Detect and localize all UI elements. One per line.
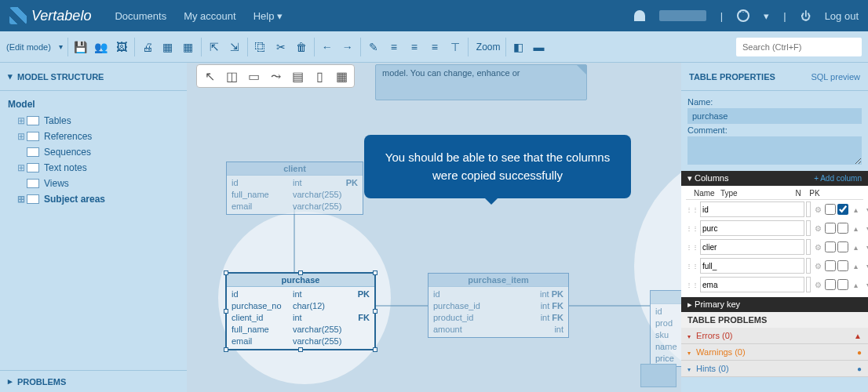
nav-help[interactable]: Help ▾ <box>253 10 283 22</box>
resize-handle[interactable] <box>224 309 228 314</box>
mode-dropdown[interactable]: ▾ <box>59 42 63 51</box>
drag-handle-icon[interactable]: ⋮⋮ <box>686 225 698 232</box>
xml-icon[interactable]: ▦ <box>181 39 196 55</box>
add-view-icon[interactable]: ▤ <box>290 68 305 84</box>
redo-icon[interactable]: → <box>340 39 356 55</box>
columns-section-header[interactable]: ▾ Columns + Add column <box>681 171 868 186</box>
collapse-icon[interactable]: ▾ <box>687 173 692 183</box>
problems-panel-header[interactable]: ▸ PROBLEMS <box>0 370 187 392</box>
pk-checkbox[interactable] <box>837 241 848 252</box>
pk-checkbox[interactable] <box>837 279 848 290</box>
table-name-input[interactable] <box>687 108 862 124</box>
resize-handle[interactable] <box>224 270 228 275</box>
move-up-icon[interactable]: ▴ <box>850 243 861 252</box>
search-input[interactable] <box>736 38 862 56</box>
column-type-input[interactable] <box>806 201 811 217</box>
comment-input[interactable] <box>687 136 862 165</box>
nullable-checkbox[interactable] <box>825 204 836 215</box>
expand-icon[interactable]: ▸ <box>687 299 692 309</box>
column-name-input[interactable] <box>700 258 804 274</box>
align-top-icon[interactable]: ⊤ <box>447 39 463 55</box>
column-type-input[interactable] <box>806 220 811 236</box>
move-up-icon[interactable]: ▴ <box>850 281 861 289</box>
copy-icon[interactable]: ⿻ <box>253 39 268 55</box>
resize-handle[interactable] <box>373 347 377 352</box>
move-up-icon[interactable]: ▴ <box>850 205 861 214</box>
text-note[interactable]: model. You can change, enhance or <box>375 64 587 100</box>
move-down-icon[interactable]: ▾ <box>863 224 868 233</box>
gear-icon[interactable]: ⚙ <box>812 243 823 252</box>
diagram-canvas[interactable]: ↖ ◫ ▭ ⤳ ▤ ▯ ▦ model. You can change, enh… <box>187 63 681 392</box>
tree-item-sequences[interactable]: Sequences <box>0 144 187 160</box>
nav-account[interactable]: My account <box>184 10 235 22</box>
minimap[interactable] <box>640 364 677 387</box>
resize-handle[interactable] <box>373 270 377 275</box>
add-table-icon[interactable]: ▭ <box>246 68 261 84</box>
column-name-input[interactable] <box>700 239 804 255</box>
move-down-icon[interactable]: ▾ <box>863 281 868 289</box>
select-area-icon[interactable]: ◫ <box>224 68 239 84</box>
align-right-icon[interactable]: ≡ <box>427 39 443 55</box>
collapse-icon[interactable]: ▾ <box>8 71 13 82</box>
gear-icon[interactable]: ⚙ <box>812 262 823 270</box>
primary-key-section-header[interactable]: ▸ Primary key <box>681 297 868 312</box>
column-type-input[interactable] <box>806 277 811 292</box>
move-down-icon[interactable]: ▾ <box>863 205 868 214</box>
tree-item-textnotes[interactable]: ⊞Text notes <box>0 160 187 176</box>
move-up-icon[interactable]: ▴ <box>850 262 861 270</box>
column-type-input[interactable] <box>806 239 811 255</box>
tree-item-subjectareas[interactable]: ⊞Subject areas <box>0 191 187 207</box>
undo-icon[interactable]: ← <box>319 39 335 55</box>
nullable-checkbox[interactable] <box>825 223 836 234</box>
tree-root[interactable]: Model <box>0 96 187 113</box>
move-up-icon[interactable]: ▴ <box>850 224 861 233</box>
column-type-input[interactable] <box>806 258 811 274</box>
edit-icon[interactable]: ✎ <box>366 39 381 55</box>
image-icon[interactable]: 🖼 <box>114 39 129 55</box>
print-icon[interactable]: 🖨 <box>140 39 155 55</box>
resize-handle[interactable] <box>298 347 303 352</box>
table-purchase[interactable]: purchase idintPK purchase_nochar(12) cli… <box>226 273 375 350</box>
gear-icon[interactable]: ⚙ <box>812 205 823 214</box>
add-reference-icon[interactable]: ⤳ <box>268 68 283 84</box>
align-left-icon[interactable]: ≡ <box>386 39 402 55</box>
align-center-icon[interactable]: ≡ <box>407 39 422 55</box>
expand-icon[interactable]: ▸ <box>8 376 13 387</box>
logout-link[interactable]: Log out <box>825 10 859 22</box>
nullable-checkbox[interactable] <box>825 279 836 290</box>
resize-handle[interactable] <box>373 309 377 314</box>
logo[interactable]: Vertabelo <box>9 7 91 24</box>
import-icon[interactable]: ⇱ <box>206 39 222 55</box>
save-icon[interactable]: 💾 <box>73 39 89 55</box>
cut-icon[interactable]: ✂ <box>273 39 289 55</box>
pk-checkbox[interactable] <box>837 260 848 271</box>
warnings-row[interactable]: ▾ Warnings (0) ● <box>681 344 868 361</box>
sql-icon[interactable]: ▦ <box>160 39 176 55</box>
tree-item-tables[interactable]: ⊞Tables <box>0 113 187 129</box>
table-purchase-item[interactable]: purchase_item idint PK purchase_idint FK… <box>428 273 569 338</box>
gear-icon[interactable]: ⚙ <box>812 224 823 233</box>
pk-checkbox[interactable] <box>837 223 848 234</box>
expand-icon[interactable]: ⊞ <box>17 115 27 126</box>
expand-icon[interactable]: ⊞ <box>17 131 27 142</box>
expand-icon[interactable]: ⊞ <box>17 162 27 173</box>
column-name-input[interactable] <box>700 201 804 217</box>
move-down-icon[interactable]: ▾ <box>863 243 868 252</box>
nullable-checkbox[interactable] <box>825 241 836 252</box>
tree-item-views[interactable]: Views <box>0 176 187 191</box>
sql-preview-link[interactable]: SQL preview <box>811 72 860 82</box>
column-name-input[interactable] <box>700 220 804 236</box>
drag-handle-icon[interactable]: ⋮⋮ <box>686 244 698 251</box>
nav-documents[interactable]: Documents <box>115 10 166 22</box>
layout-full-icon[interactable]: ▬ <box>531 39 547 55</box>
pk-checkbox[interactable] <box>837 204 848 215</box>
hints-row[interactable]: ▾ Hints (0) ● <box>681 361 868 377</box>
layout-split-icon[interactable]: ◧ <box>511 39 527 55</box>
column-name-input[interactable] <box>700 277 804 292</box>
table-client[interactable]: client idintPK full_namevarchar(255) ema… <box>226 162 363 215</box>
move-down-icon[interactable]: ▾ <box>863 262 868 270</box>
resize-handle[interactable] <box>224 347 228 352</box>
expand-icon[interactable]: ⊞ <box>17 194 27 205</box>
drag-handle-icon[interactable]: ⋮⋮ <box>686 263 698 270</box>
delete-icon[interactable]: 🗑 <box>294 39 309 55</box>
